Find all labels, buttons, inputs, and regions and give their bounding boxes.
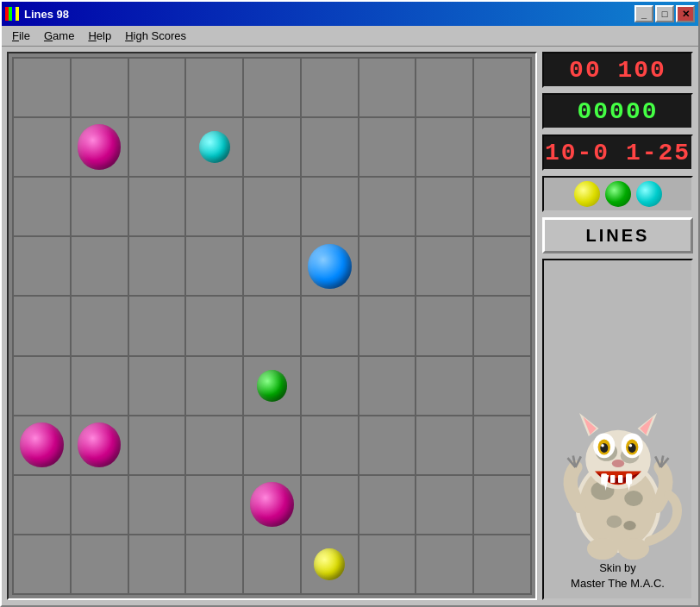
cell[interactable] [473,117,531,177]
cell[interactable] [359,236,416,296]
cell[interactable] [185,535,243,594]
cell[interactable] [185,177,243,236]
cell[interactable] [128,356,186,416]
ball-pink[interactable] [78,124,122,169]
maximize-button[interactable]: □ [655,5,674,22]
cell[interactable] [71,535,128,594]
ball-pink[interactable] [250,482,294,527]
cell[interactable] [243,416,301,475]
cell[interactable] [416,58,473,117]
cell[interactable] [359,296,416,355]
cell[interactable] [301,475,359,535]
lines-button[interactable]: LINES [542,217,693,253]
cell[interactable] [13,58,71,117]
cell[interactable] [359,356,416,416]
cell[interactable] [301,236,359,296]
cell[interactable] [71,177,128,236]
ball-yellow[interactable] [314,548,345,580]
menu-file[interactable]: File [5,28,37,44]
cell[interactable] [473,356,531,416]
cell[interactable] [301,416,359,475]
cell[interactable] [128,475,186,535]
cell[interactable] [301,356,359,416]
ball-pink[interactable] [20,422,64,467]
cell[interactable] [473,475,531,535]
ball-pink[interactable] [78,422,122,467]
menu-game[interactable]: Game [37,28,81,44]
cell[interactable] [416,296,473,355]
cell[interactable] [71,475,128,535]
cell[interactable] [473,58,531,117]
cell[interactable] [13,356,71,416]
cell[interactable] [128,236,186,296]
cell[interactable] [473,296,531,355]
close-button[interactable]: ✕ [676,5,695,22]
cell[interactable] [128,117,186,177]
cell[interactable] [301,58,359,117]
cell[interactable] [13,416,71,475]
cell[interactable] [71,416,128,475]
cell[interactable] [185,117,243,177]
cell[interactable] [71,296,128,355]
cell[interactable] [473,177,531,236]
cell[interactable] [243,117,301,177]
cell[interactable] [416,535,473,594]
ball-blue[interactable] [308,244,352,289]
cell[interactable] [243,236,301,296]
minimize-button[interactable]: _ [634,5,653,22]
game-board[interactable] [12,57,532,595]
cell[interactable] [416,356,473,416]
cell[interactable] [185,475,243,535]
cell[interactable] [243,475,301,535]
cell[interactable] [473,416,531,475]
cell[interactable] [243,535,301,594]
cell[interactable] [13,117,71,177]
cell[interactable] [473,535,531,594]
cell[interactable] [128,416,186,475]
cell[interactable] [128,296,186,355]
ball-cyan[interactable] [199,131,230,163]
cell[interactable] [185,58,243,117]
cell[interactable] [359,117,416,177]
cell[interactable] [301,296,359,355]
menu-bar: File Game Help High Scores [2,26,698,47]
cell[interactable] [128,535,186,594]
cell[interactable] [71,356,128,416]
cell[interactable] [359,475,416,535]
cell[interactable] [416,117,473,177]
svg-point-26 [628,444,632,447]
cell[interactable] [416,475,473,535]
menu-help[interactable]: Help [81,28,118,44]
cell[interactable] [243,356,301,416]
cell[interactable] [416,177,473,236]
cell[interactable] [128,58,186,117]
cell[interactable] [185,356,243,416]
cell[interactable] [13,177,71,236]
cell[interactable] [301,117,359,177]
cell[interactable] [13,296,71,355]
cell[interactable] [473,236,531,296]
cell[interactable] [185,416,243,475]
menu-high-scores[interactable]: High Scores [118,28,193,44]
cell[interactable] [185,296,243,355]
cell[interactable] [13,535,71,594]
cell[interactable] [128,177,186,236]
cell[interactable] [359,177,416,236]
cell[interactable] [301,177,359,236]
cell[interactable] [359,416,416,475]
cell[interactable] [71,117,128,177]
cell[interactable] [243,296,301,355]
cell[interactable] [243,177,301,236]
cell[interactable] [359,535,416,594]
cell[interactable] [13,236,71,296]
cell[interactable] [13,475,71,535]
cell[interactable] [185,236,243,296]
cell[interactable] [71,58,128,117]
cell[interactable] [243,58,301,117]
cell[interactable] [359,58,416,117]
cell[interactable] [416,416,473,475]
cell[interactable] [416,236,473,296]
cell[interactable] [301,535,359,594]
cell[interactable] [71,236,128,296]
ball-green[interactable] [257,370,288,402]
